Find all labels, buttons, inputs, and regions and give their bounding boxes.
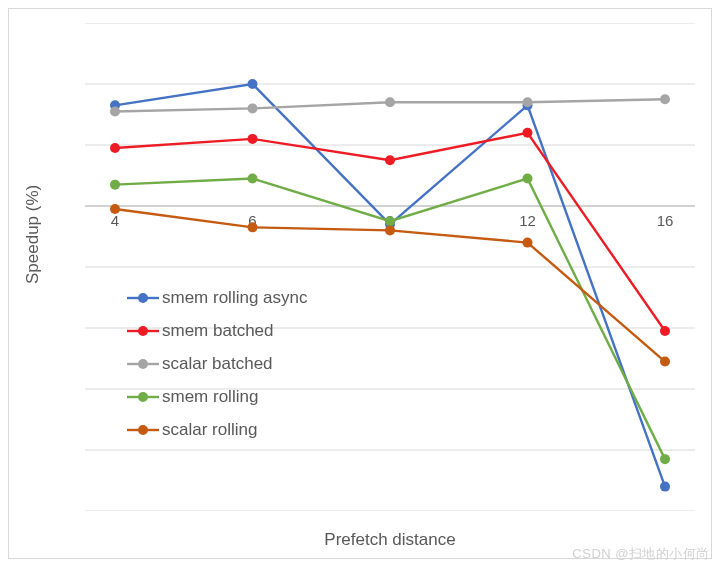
data-point — [660, 326, 670, 336]
y-axis-label: Speedup (%) — [23, 184, 43, 283]
legend-label: scalar rolling — [162, 420, 257, 440]
data-point — [110, 204, 120, 214]
data-point — [248, 79, 258, 89]
data-point — [385, 225, 395, 235]
svg-text:16: 16 — [657, 212, 674, 229]
svg-text:4: 4 — [111, 212, 119, 229]
data-point — [110, 106, 120, 116]
svg-point-30 — [138, 392, 148, 402]
data-point — [110, 143, 120, 153]
legend-item: smem rolling — [127, 380, 308, 413]
data-point — [523, 97, 533, 107]
data-point — [248, 174, 258, 184]
data-point — [660, 482, 670, 492]
data-point — [248, 103, 258, 113]
data-point — [248, 222, 258, 232]
legend-label: smem rolling — [162, 387, 258, 407]
chart-container: Speedup (%) -100-80-60-40-20020406046812… — [8, 8, 712, 559]
legend-item: scalar batched — [127, 347, 308, 380]
legend-label: scalar batched — [162, 354, 273, 374]
legend-item: scalar rolling — [127, 413, 308, 446]
data-point — [385, 97, 395, 107]
watermark: CSDN @扫地的小何尚 — [572, 545, 710, 563]
legend-swatch — [127, 420, 159, 440]
svg-point-32 — [138, 425, 148, 435]
data-point — [385, 216, 395, 226]
legend-label: smem batched — [162, 321, 274, 341]
svg-text:12: 12 — [519, 212, 536, 229]
legend-item: smem batched — [127, 314, 308, 347]
data-point — [110, 180, 120, 190]
data-point — [523, 128, 533, 138]
svg-point-28 — [138, 359, 148, 369]
svg-point-24 — [138, 293, 148, 303]
legend-swatch — [127, 387, 159, 407]
data-point — [660, 357, 670, 367]
data-point — [248, 134, 258, 144]
data-point — [523, 174, 533, 184]
data-point — [660, 454, 670, 464]
legend: smem rolling asyncsmem batchedscalar bat… — [127, 281, 308, 446]
legend-swatch — [127, 354, 159, 374]
data-point — [385, 155, 395, 165]
svg-point-26 — [138, 326, 148, 336]
legend-swatch — [127, 321, 159, 341]
legend-item: smem rolling async — [127, 281, 308, 314]
legend-label: smem rolling async — [162, 288, 308, 308]
data-point — [523, 238, 533, 248]
legend-swatch — [127, 288, 159, 308]
data-point — [660, 94, 670, 104]
